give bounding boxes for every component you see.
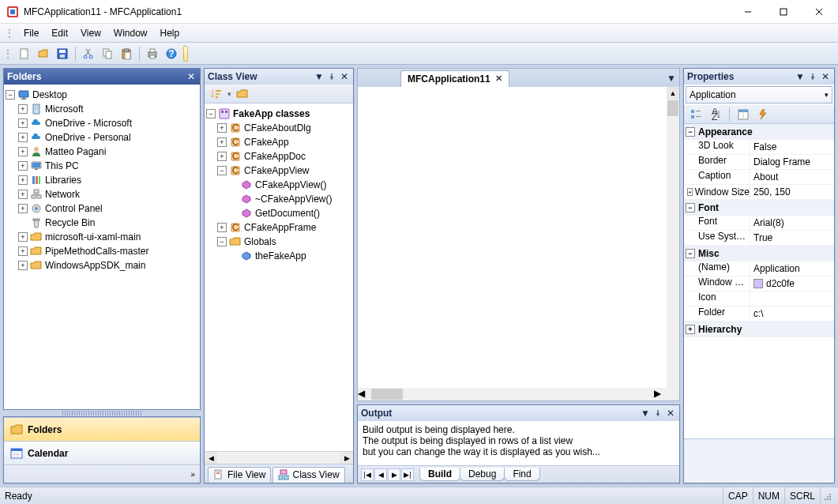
expander-icon[interactable]: +: [18, 161, 28, 171]
property-value[interactable]: Dialog Frame: [750, 155, 834, 169]
alphabetical-button[interactable]: AZ: [707, 106, 724, 123]
nav-calendar[interactable]: Calendar: [4, 442, 200, 465]
tab-list-dropdown[interactable]: ▼: [667, 73, 676, 84]
open-file-button[interactable]: [35, 45, 52, 62]
output-nav-first[interactable]: |◀: [361, 468, 374, 481]
expander-icon[interactable]: −: [686, 249, 695, 258]
resize-grip[interactable]: [820, 487, 833, 504]
expander-icon[interactable]: +: [18, 104, 28, 114]
tree-row[interactable]: Recycle Bin: [6, 216, 198, 230]
property-value[interactable]: [750, 291, 834, 306]
property-row[interactable]: (Name)Application: [684, 261, 834, 276]
tab-file-view[interactable]: File View: [208, 467, 271, 483]
classview-hscroll[interactable]: ◀▶: [205, 451, 353, 464]
tree-row[interactable]: − C CFakeAppView: [206, 164, 351, 178]
dropdown-icon[interactable]: ▼: [795, 71, 806, 82]
property-value[interactable]: True: [750, 231, 834, 245]
close-icon[interactable]: ✕: [665, 408, 676, 419]
document-tab[interactable]: MFCApplication11 ✕: [400, 70, 509, 88]
property-category[interactable]: −Appearance: [684, 124, 834, 140]
events-button[interactable]: [754, 106, 772, 123]
property-row[interactable]: 3D LookFalse: [684, 140, 834, 155]
new-folder-button[interactable]: [234, 85, 251, 103]
expander-icon[interactable]: [18, 218, 28, 228]
new-file-button[interactable]: [16, 45, 33, 62]
document-hscroll[interactable]: ◀ ▶: [358, 388, 667, 401]
tree-row[interactable]: ~CFakeAppView(): [206, 192, 351, 206]
expander-icon[interactable]: −: [6, 90, 15, 100]
expander-icon[interactable]: +: [18, 261, 28, 270]
tree-row[interactable]: + WindowsAppSDK_main: [6, 258, 198, 273]
document-body[interactable]: ▲ ◀ ▶: [357, 87, 680, 401]
property-category[interactable]: +Hierarchy: [684, 322, 834, 337]
expander-icon[interactable]: +: [18, 204, 28, 213]
tree-row[interactable]: − Desktop: [6, 88, 198, 102]
expander-icon[interactable]: [228, 209, 238, 218]
tree-row[interactable]: + microsoft-ui-xaml-main: [6, 230, 198, 244]
output-body[interactable]: Build output is being displayed here.The…: [358, 421, 679, 465]
property-row[interactable]: BorderDialog Frame: [684, 155, 834, 170]
property-value[interactable]: d2c0fe: [750, 276, 834, 291]
property-value[interactable]: Arial(8): [750, 216, 834, 230]
expander-icon[interactable]: +: [686, 325, 695, 334]
classview-panel-header[interactable]: Class View ▼ ✕: [205, 69, 353, 85]
property-row[interactable]: FontArial(8): [684, 216, 834, 231]
minimize-button[interactable]: [730, 0, 765, 23]
expander-icon[interactable]: −: [686, 203, 695, 213]
dropdown-icon[interactable]: ▼: [314, 71, 325, 82]
expander-icon[interactable]: −: [206, 109, 216, 118]
tree-row[interactable]: theFakeApp: [206, 249, 351, 263]
property-row[interactable]: Window Co...d2c0fe: [684, 276, 834, 291]
property-category[interactable]: −Misc: [684, 246, 834, 261]
expander-icon[interactable]: +: [18, 232, 28, 242]
pin-icon[interactable]: [326, 71, 337, 82]
tree-row[interactable]: + OneDrive - Personal: [6, 130, 198, 145]
maximize-button[interactable]: [765, 0, 801, 23]
tree-row[interactable]: + C CFakeAboutDlg: [206, 121, 351, 135]
cut-button[interactable]: [80, 45, 97, 62]
expander-icon[interactable]: −: [217, 237, 227, 246]
property-category[interactable]: −Font: [684, 200, 834, 216]
tree-row[interactable]: + Libraries: [6, 173, 198, 187]
close-tab-icon[interactable]: ✕: [495, 73, 502, 84]
nav-overflow-button[interactable]: »: [190, 470, 195, 479]
output-tab-debug[interactable]: Debug: [460, 468, 505, 481]
close-icon[interactable]: ✕: [339, 71, 350, 82]
tree-row[interactable]: + C CFakeAppDoc: [206, 149, 351, 164]
tree-row[interactable]: + C CFakeApp: [206, 135, 351, 149]
expander-icon[interactable]: +: [18, 190, 28, 199]
output-nav-prev[interactable]: ◀: [374, 468, 387, 481]
tree-row[interactable]: + Network: [6, 187, 198, 201]
properties-button[interactable]: [735, 106, 752, 123]
expander-icon[interactable]: +: [217, 123, 227, 133]
property-row[interactable]: CaptionAbout: [684, 170, 834, 185]
folders-tree[interactable]: − Desktop + Microsoft + OneDrive - Micro…: [4, 85, 200, 409]
properties-object-selector[interactable]: Application ▾: [686, 86, 832, 103]
output-tab-build[interactable]: Build: [419, 468, 460, 481]
tree-row[interactable]: + C CFakeAppFrame: [206, 220, 351, 235]
expander-icon[interactable]: +: [18, 175, 28, 185]
tree-row[interactable]: − FakeApp classes: [206, 107, 351, 121]
expander-icon[interactable]: −: [686, 127, 695, 137]
tree-row[interactable]: CFakeAppView(): [206, 178, 351, 192]
tab-class-view[interactable]: Class View: [272, 467, 344, 483]
property-row[interactable]: +Window Size250, 150: [684, 185, 834, 200]
tree-row[interactable]: − Globals: [206, 235, 351, 249]
properties-grid[interactable]: −Appearance3D LookFalseBorderDialog Fram…: [684, 124, 834, 438]
output-nav-last[interactable]: ▶|: [401, 468, 414, 481]
menu-view[interactable]: View: [74, 26, 107, 40]
expander-icon[interactable]: +: [18, 147, 28, 156]
close-icon[interactable]: ✕: [186, 71, 197, 82]
splitter-grip[interactable]: [62, 411, 141, 416]
pin-icon[interactable]: [807, 71, 818, 82]
expander-icon[interactable]: [228, 251, 238, 261]
tree-row[interactable]: + PipeMethodCalls-master: [6, 244, 198, 258]
property-value[interactable]: Application: [750, 261, 834, 276]
tree-row[interactable]: + Matteo Pagani: [6, 145, 198, 159]
pin-icon[interactable]: [652, 408, 663, 419]
expander-icon[interactable]: +: [217, 152, 227, 161]
nav-folders[interactable]: Folders: [4, 418, 200, 442]
sort-button[interactable]: [208, 85, 225, 103]
paste-button[interactable]: [118, 45, 135, 62]
expander-icon[interactable]: +: [217, 223, 227, 232]
